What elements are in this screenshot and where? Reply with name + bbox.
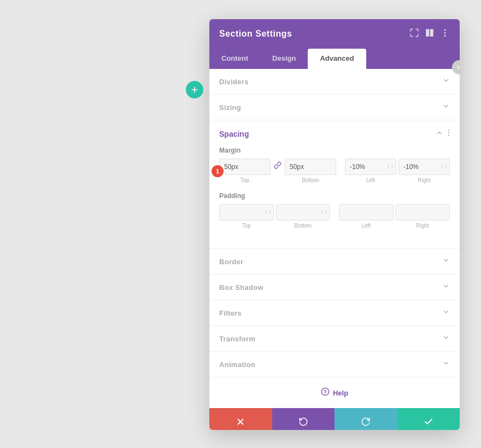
margin-left-code-icon [387,162,394,172]
svg-point-6 [448,132,449,133]
svg-point-9 [325,393,325,394]
padding-right-wrapper: Right [396,204,450,229]
box-shadow-label: Box Shadow [219,283,263,292]
section-sizing[interactable]: Sizing [209,95,460,120]
margin-group: Margin 1 Top [219,147,450,183]
padding-bottom-wrapper: Bottom [276,204,331,229]
panel-header-icons [409,28,450,40]
dividers-chevron-icon [442,77,450,86]
section-spacing: Spacing Margin 1 [209,120,460,249]
padding-inputs-row: Top Bottom [219,204,450,229]
margin-left-wrapper: Left [345,159,396,183]
margin-right-code-icon [441,162,447,172]
margin-link-icon[interactable] [274,161,281,171]
padding-top-wrapper: Top [219,204,274,229]
svg-point-3 [444,32,446,34]
margin-bottom-input[interactable] [285,159,336,175]
margin-bottom-wrapper: Bottom [285,159,336,183]
more-options-icon[interactable] [440,28,450,40]
spacing-collapse-icon[interactable] [436,129,443,139]
svg-point-4 [444,35,446,37]
transform-label: Transform [219,335,255,343]
help-row[interactable]: Help [209,377,460,408]
step-badge: 1 [212,165,224,177]
svg-rect-0 [426,29,429,37]
margin-right-label: Right [418,177,430,183]
transform-chevron-icon [442,334,450,344]
help-label: Help [333,389,348,397]
cancel-button[interactable] [209,408,272,430]
section-dividers[interactable]: Dividers [209,69,460,95]
fullscreen-icon[interactable] [409,28,419,40]
section-animation[interactable]: Animation [209,352,460,377]
svg-point-8 [321,388,329,395]
margin-top-wrapper: Top [219,159,271,183]
spacing-header-right [436,129,450,139]
section-box-shadow[interactable]: Box Shadow [209,275,460,300]
margin-left-label: Left [366,177,376,183]
spacing-title: Spacing [219,130,249,138]
svg-rect-1 [430,29,433,37]
columns-icon[interactable] [425,28,435,40]
section-transform[interactable]: Transform [209,326,460,352]
border-label: Border [219,258,243,266]
padding-bottom-label: Bottom [294,223,312,229]
margin-top-input[interactable] [219,159,271,175]
padding-left-wrapper: Left [339,204,394,229]
box-shadow-chevron-icon [442,282,450,292]
help-icon [321,387,330,398]
filters-label: Filters [219,309,242,317]
padding-bottom-code-icon [321,207,327,217]
section-settings-panel: Section Settings Content Design Advanced [209,19,460,430]
margin-row-container: 1 Top [219,159,450,183]
svg-point-5 [448,130,449,131]
padding-right-label: Right [417,223,429,229]
margin-top-label: Top [241,177,249,183]
animation-chevron-icon [442,359,450,369]
animation-label: Animation [219,360,255,369]
reset-button[interactable] [272,408,335,430]
panel-footer [209,408,460,430]
add-section-button[interactable] [186,81,203,98]
padding-group: Padding Top [219,192,450,229]
sizing-label: Sizing [219,103,241,112]
margin-bottom-label: Bottom [302,177,319,183]
spacing-more-icon[interactable] [448,129,450,139]
margin-right-wrapper: Right [398,159,450,183]
margin-label: Margin [219,147,450,154]
tab-content[interactable]: Content [209,49,260,69]
padding-right-input[interactable] [396,204,450,220]
save-button[interactable] [397,408,460,430]
filters-chevron-icon [442,308,450,318]
margin-inputs-row: Top Bottom [219,159,450,183]
redo-button[interactable] [335,408,397,430]
padding-top-label: Top [242,223,251,229]
svg-point-2 [444,29,446,31]
padding-top-code-icon [265,207,271,217]
spacing-header: Spacing [219,129,450,139]
section-filters[interactable]: Filters [209,300,460,326]
padding-left-input[interactable] [339,204,394,220]
panel-title: Section Settings [219,29,292,39]
tab-bar: Content Design Advanced [209,49,460,69]
padding-label: Padding [219,192,450,200]
section-border[interactable]: Border [209,249,460,275]
border-chevron-icon [442,257,450,266]
tab-advanced[interactable]: Advanced [308,49,366,69]
panel-header: Section Settings [209,19,460,49]
sizing-chevron-icon [442,102,450,112]
page-background: Section Settings Content Design Advanced [0,0,481,448]
svg-point-7 [448,135,449,136]
panel-body: Dividers Sizing Spacing [209,69,460,430]
padding-left-label: Left [361,223,371,229]
dividers-label: Dividers [219,78,249,86]
tab-design[interactable]: Design [260,49,308,69]
